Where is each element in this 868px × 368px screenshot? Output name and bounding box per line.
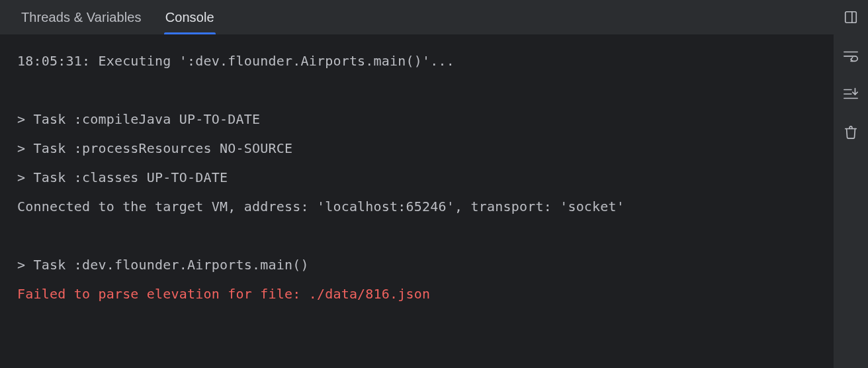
tab-console[interactable]: Console (153, 0, 226, 34)
scroll-to-end-button[interactable] (839, 82, 863, 106)
rail-top-section (834, 0, 868, 34)
layout-icon (844, 10, 858, 24)
scroll-to-end-icon (843, 87, 859, 101)
console-line: > Task :dev.flounder.Airports.main() (17, 250, 834, 279)
console-line (17, 221, 834, 250)
trash-icon (844, 125, 858, 140)
soft-wrap-icon (843, 48, 859, 63)
main-column: Threads & Variables Console 18:05:31: Ex… (0, 0, 834, 368)
console-line: Connected to the target VM, address: 'lo… (17, 192, 834, 221)
console-line (17, 75, 834, 105)
console-line: > Task :processResources NO-SOURCE (17, 134, 834, 163)
tab-threads-variables[interactable]: Threads & Variables (9, 0, 153, 34)
svg-rect-0 (846, 12, 857, 23)
console-line: > Task :classes UP-TO-DATE (17, 163, 834, 192)
layout-settings-button[interactable] (839, 5, 863, 29)
tab-bar: Threads & Variables Console (0, 0, 834, 34)
rail-body-section (834, 34, 868, 368)
console-line: > Task :compileJava UP-TO-DATE (17, 105, 834, 134)
tab-label: Console (165, 10, 214, 25)
console-line: 18:05:31: Executing ':dev.flounder.Airpo… (17, 46, 834, 75)
tab-label: Threads & Variables (21, 10, 142, 25)
clear-all-button[interactable] (839, 120, 863, 144)
console-line: Failed to parse elevation for file: ./da… (17, 279, 834, 308)
right-toolbar (834, 0, 868, 368)
console-output[interactable]: 18:05:31: Executing ':dev.flounder.Airpo… (0, 34, 834, 368)
soft-wrap-button[interactable] (839, 44, 863, 68)
debugger-panel: Threads & Variables Console 18:05:31: Ex… (0, 0, 868, 368)
